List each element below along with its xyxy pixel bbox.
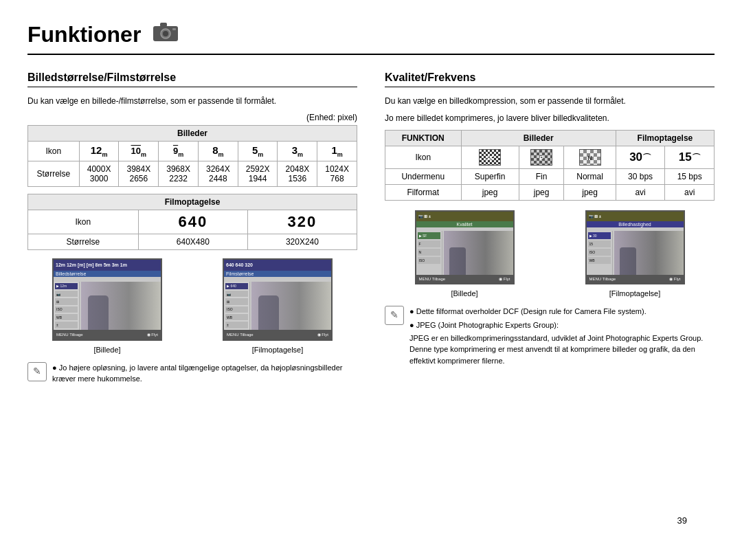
right-ikon-label: Ikon xyxy=(385,146,462,168)
page-number: 39 xyxy=(677,515,687,526)
icon-5m: 5m xyxy=(238,141,278,161)
film-640-size: 640X480 xyxy=(138,234,247,249)
film-table: Filmoptagelse Ikon 640 320 Størrelse 640… xyxy=(27,194,357,250)
size-2592: 2592X1944 xyxy=(238,161,278,186)
svg-rect-1 xyxy=(160,23,167,27)
film-320-size: 320X240 xyxy=(247,234,357,249)
filmoptagelse-screen-left: 640 640 320 Filmstørrelse ▶ 640 📷 ⊞ ISO … xyxy=(198,258,357,354)
billede-screen: 12m 12m [m] [m] 8m 5m 3m 1m Billedstørre… xyxy=(27,258,187,354)
note-right-text1: Dette filformat overholder DCF (Design r… xyxy=(416,307,647,315)
size-2048: 2048X1536 xyxy=(278,161,317,186)
icon-normal: N xyxy=(564,146,616,168)
unit-label: (Enhed: pixel) xyxy=(27,113,357,122)
right-desc2: Jo mere billedet komprimeres, jo lavere … xyxy=(385,113,715,124)
note-icon-right: ✎ xyxy=(385,306,404,325)
screen-images-right: 📷 ⊞ ± Kvalitet ▶ SF F N ISO xyxy=(385,210,715,298)
note-text-left: Jo højere opløsning, jo lavere antal til… xyxy=(52,363,342,383)
icon-15bps: 15⌒ xyxy=(665,146,715,168)
camera-icon xyxy=(152,21,179,43)
icon-fin: F xyxy=(519,146,564,168)
filformat-jpeg3: jpeg xyxy=(564,184,616,200)
filformat-avi1: avi xyxy=(616,184,665,200)
left-section: Billedstørrelse/Filmstørrelse Du kan væl… xyxy=(27,71,357,385)
filformat-jpeg1: jpeg xyxy=(461,184,519,200)
left-desc: Du kan vælge en billede-/filmstørrelse, … xyxy=(27,96,357,107)
bullet2: ● xyxy=(409,307,414,315)
icon-3m: 3m xyxy=(278,141,317,161)
screen-images-left: 12m 12m [m] [m] 8m 5m 3m 1m Billedstørre… xyxy=(27,258,357,354)
size-3984: 3984X2656 xyxy=(119,161,159,186)
bps30-text: 30 bps xyxy=(616,168,665,184)
note-right-text2: JPEG (Joint Photographic Experts Group): xyxy=(416,321,559,329)
film-ikon-label: Ikon xyxy=(28,210,139,234)
undermenu-label: Undermenu xyxy=(385,168,462,184)
note-right: ✎ ● Dette filformat overholder DCF (Desi… xyxy=(385,306,715,367)
filmoptagelse-caption-left: [Filmoptagelse] xyxy=(198,346,357,354)
right-billede-caption: [Billede] xyxy=(385,289,544,298)
billede-screen-right: 📷 ⊞ ± Kvalitet ▶ SF F N ISO xyxy=(385,210,544,298)
icon-8m: 8m xyxy=(198,141,238,161)
icon-1m: 1m xyxy=(317,141,357,161)
billeder-header: Billeder xyxy=(28,125,357,141)
svg-point-3 xyxy=(163,31,168,36)
right-desc1: Du kan vælge en billedkompression, som e… xyxy=(385,96,715,107)
size-4000: 4000X3000 xyxy=(79,161,119,186)
icon-30bps: 30⌒ xyxy=(616,146,665,168)
icon-superfin: SF xyxy=(461,146,519,168)
right-film-caption: [Filmoptagelse] xyxy=(555,289,715,298)
ikon-label: Ikon xyxy=(28,141,80,161)
icon-12m: 12m xyxy=(79,141,119,161)
right-film-label: Filmoptagelse xyxy=(616,130,714,146)
left-section-title: Billedstørrelse/Filmstørrelse xyxy=(27,71,357,87)
right-section: Kvalitet/Frekvens Du kan vælge en billed… xyxy=(385,71,715,385)
note-left: ✎ ● Jo højere opløsning, jo lavere antal… xyxy=(27,362,357,385)
svg-rect-4 xyxy=(172,28,176,30)
bullet3: ● xyxy=(409,321,414,329)
size-3264: 3264X2448 xyxy=(198,161,238,186)
bps15-text: 15 bps xyxy=(665,168,715,184)
page-title: Funktioner xyxy=(27,21,715,55)
note-icon-left: ✎ xyxy=(27,362,47,381)
filmoptagelse-screen-right: 📷 ⊞ ± Billedhastighed ▶ 30 15 ISO WB xyxy=(555,210,715,298)
film-640-icon: 640 xyxy=(138,210,247,234)
icon-9m: 9m xyxy=(159,141,199,161)
filformat-label: Filformat xyxy=(385,184,462,200)
icon-10m: 10m xyxy=(119,141,159,161)
right-section-title: Kvalitet/Frekvens xyxy=(385,71,715,87)
bullet1: ● xyxy=(52,363,57,372)
fin-text: Fin xyxy=(519,168,564,184)
normal-text: Normal xyxy=(564,168,616,184)
note-right-text3: JPEG er en billedkomprimeringsstandard, … xyxy=(409,334,703,365)
film-320-icon: 320 xyxy=(247,210,357,234)
superfin-text: Superfin xyxy=(461,168,519,184)
filformat-avi2: avi xyxy=(665,184,715,200)
size-3968: 3968X2232 xyxy=(159,161,199,186)
film-header: Filmoptagelse xyxy=(28,194,357,210)
size-1024: 1024X768 xyxy=(317,161,357,186)
film-storrelse-label: Størrelse xyxy=(28,234,139,249)
filformat-jpeg2: jpeg xyxy=(519,184,564,200)
billede-caption: [Billede] xyxy=(27,346,187,354)
funktion-label: FUNKTION xyxy=(385,130,462,146)
right-billeder-label: Billeder xyxy=(461,130,616,146)
billeder-table: Billeder Ikon 12m 10m 9m 8m 5m 3m 1m Stø… xyxy=(27,125,357,187)
storrelse-label: Størrelse xyxy=(28,161,80,186)
title-text: Funktioner xyxy=(27,22,141,47)
funktion-table: FUNKTION Billeder Filmoptagelse Ikon SF … xyxy=(385,130,715,201)
